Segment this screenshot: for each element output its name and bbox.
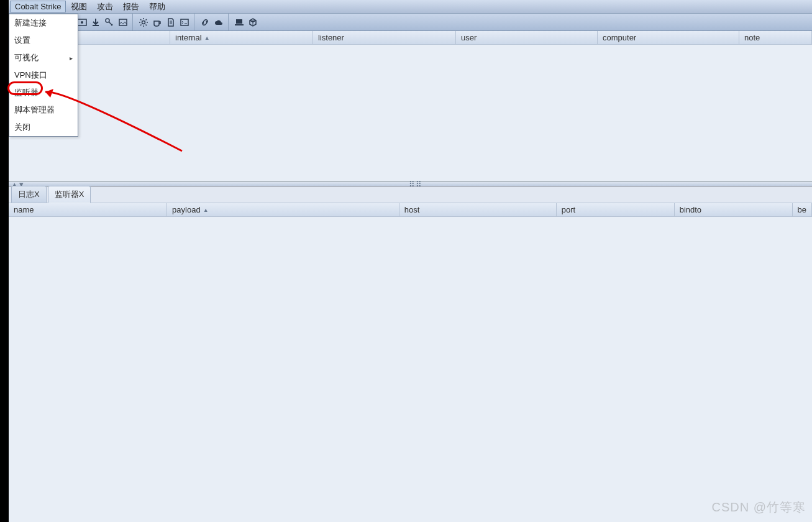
document-icon[interactable] [165,17,176,28]
menu-cobalt-strike[interactable]: Cobalt Strike [10,1,66,12]
menu-item-visualize[interactable]: 可视化▸ [9,49,78,66]
menu-item-label: 设置 [14,35,30,46]
col-user[interactable]: user [456,31,598,44]
col-label: internal [175,33,202,42]
col-be[interactable]: be [793,203,812,216]
terminal-icon[interactable] [179,17,190,28]
gear-icon[interactable] [138,17,149,28]
menu-report[interactable]: 报告 [118,0,144,14]
col-label: user [461,33,477,42]
coffee-icon[interactable] [152,17,163,28]
menu-item-label: 关闭 [14,122,30,133]
image-icon[interactable] [117,17,129,28]
col-payload[interactable]: payload▲ [167,203,399,216]
listeners-table-body [9,217,812,522]
menu-item-label: VPN接口 [14,70,47,81]
cobalt-strike-dropdown: 新建连接 设置 可视化▸ VPN接口 监听器 脚本管理器 关闭 [9,14,78,137]
col-host[interactable]: host [399,203,557,216]
svg-rect-16 [236,19,242,24]
menu-item-label: 可视化 [14,52,39,63]
col-note[interactable]: note [739,31,812,44]
cube-icon[interactable] [247,17,258,28]
menu-attack[interactable]: 攻击 [92,0,118,14]
pane-splitter[interactable]: ▴ ▾ ⠿⠿ [9,181,812,186]
col-name[interactable]: name [9,203,167,216]
tab-listeners[interactable]: 监听器X [48,186,91,203]
col-computer[interactable]: computer [598,31,739,44]
svg-rect-15 [181,19,188,25]
submenu-arrow-icon: ▸ [70,55,73,62]
menu-item-close[interactable]: 关闭 [9,119,78,136]
col-label: computer [603,33,636,42]
toolbar [9,14,812,31]
menu-item-new-connection[interactable]: 新建连接 [9,14,78,32]
listeners-table-header: name payload▲ host port bindto be [9,203,812,217]
key-icon[interactable] [104,17,115,28]
cloud-icon[interactable] [213,17,224,28]
menu-item-vpn[interactable]: VPN接口 [9,66,78,84]
sessions-pane: external internal▲ listener user compute… [9,31,812,181]
tabs-bar: 日志X 监听器X [9,187,812,203]
svg-point-14 [142,21,145,24]
col-bindto[interactable]: bindto [675,203,793,216]
link-icon[interactable] [199,17,211,28]
menu-item-label: 新建连接 [14,17,47,29]
menu-item-script-manager[interactable]: 脚本管理器 [9,101,78,119]
col-label: port [562,205,575,214]
sessions-table-header: external internal▲ listener user compute… [9,31,812,45]
col-label: bindto [680,205,701,214]
col-label: note [744,33,760,42]
tab-log[interactable]: 日志X [11,186,47,203]
menu-item-listeners[interactable]: 监听器 [9,84,78,101]
col-internal[interactable]: internal▲ [170,31,313,44]
bottom-pane: 日志X 监听器X name payload▲ host port bindto … [9,186,812,522]
col-label: be [798,205,806,214]
col-label: payload [172,205,201,214]
col-label: host [404,205,420,214]
col-label: listener [318,33,344,42]
col-listener[interactable]: listener [313,31,456,44]
svg-point-11 [81,21,83,24]
svg-rect-17 [235,24,244,25]
menu-item-label: 脚本管理器 [14,104,55,116]
sort-asc-icon: ▲ [204,35,210,41]
menu-bar: Cobalt Strike 视图 攻击 报告 帮助 [9,0,812,14]
menu-item-label: 监听器 [14,87,39,98]
menu-help[interactable]: 帮助 [144,0,170,14]
app-frame: Cobalt Strike 视图 攻击 报告 帮助 新建连接 设置 可视化▸ V… [9,0,812,522]
sort-asc-icon: ▲ [203,207,209,213]
menu-view[interactable]: 视图 [66,0,92,14]
download-icon[interactable] [90,17,101,28]
sessions-table-body [9,45,812,181]
col-port[interactable]: port [557,203,675,216]
menu-item-settings[interactable]: 设置 [9,32,78,49]
laptop-icon[interactable] [234,17,245,28]
col-label: name [14,205,34,214]
